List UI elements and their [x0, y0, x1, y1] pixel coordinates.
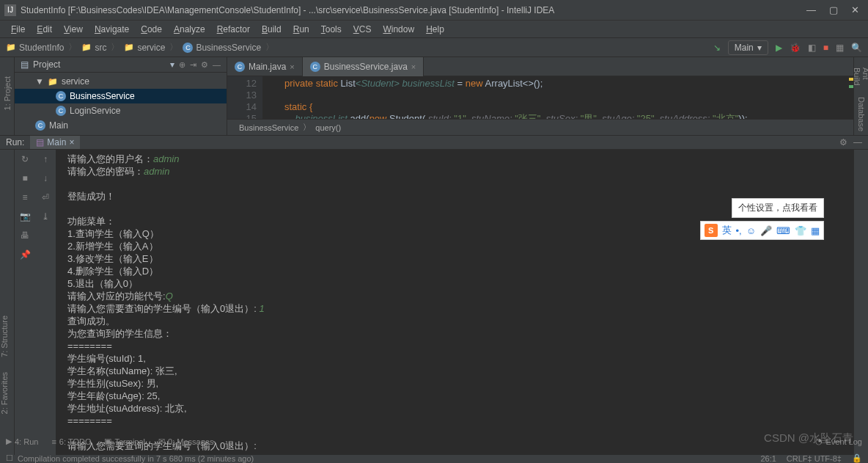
editor-tab[interactable]: CBusinessService.java×	[303, 57, 424, 76]
ime-emoji-icon[interactable]: ☺	[746, 225, 756, 236]
close-icon[interactable]: ×	[290, 62, 294, 71]
ime-toolbar[interactable]: 个性设置，点我看看 S 英 •, ☺ 🎤 ⌨ 👕 ▦	[700, 198, 824, 240]
chevron-down-icon[interactable]: ▾	[170, 59, 174, 70]
print-icon[interactable]: 🖶	[18, 229, 32, 242]
crumb-class[interactable]: BusinessService	[239, 123, 298, 132]
menu-run[interactable]: Run	[288, 23, 315, 36]
close-icon[interactable]: ×	[69, 137, 74, 147]
run-tab-main[interactable]: ▤ Main ×	[30, 136, 80, 149]
tree-item-loginservice[interactable]: CLoginService	[15, 103, 227, 118]
search-everywhere-icon[interactable]: 🔍	[851, 43, 862, 53]
nav-bar: 📁 StudentInfo 〉 📁 src 〉 📁 service 〉 C Bu…	[0, 38, 868, 57]
camera-icon[interactable]: 📷	[18, 210, 32, 223]
sogou-logo-icon[interactable]: S	[705, 224, 718, 237]
tree-item-main[interactable]: CMain	[15, 118, 227, 133]
run-config-selector[interactable]: Main ▾	[728, 40, 768, 55]
tab-terminal[interactable]: ▣ Terminal	[104, 437, 145, 446]
breadcrumb[interactable]: 📁 StudentInfo 〉 📁 src 〉 📁 service 〉 C Bu…	[6, 41, 276, 54]
tree-item-businessservice[interactable]: CBusinessService	[15, 89, 227, 103]
project-tree[interactable]: ▼📁serviceCBusinessServiceCLoginServiceCM…	[15, 73, 227, 135]
editor-tabs[interactable]: CMain.java×CBusinessService.java×	[227, 57, 853, 76]
close-button[interactable]: ✕	[851, 4, 859, 15]
menu-navigate[interactable]: Navigate	[89, 23, 134, 36]
menu-file[interactable]: File	[6, 23, 30, 36]
crumb-src[interactable]: src	[95, 43, 106, 53]
ime-skin-icon[interactable]: 👕	[795, 225, 806, 236]
ime-tooltip[interactable]: 个性设置，点我看看	[732, 198, 824, 218]
debug-button[interactable]: 🐞	[790, 43, 801, 53]
tab-database[interactable]: Database	[857, 91, 866, 137]
stop-button[interactable]: ■	[18, 172, 32, 185]
gear-icon[interactable]: ⚙	[839, 137, 847, 147]
close-icon[interactable]: ×	[411, 62, 416, 71]
line-gutter: 1213141516	[227, 76, 262, 119]
caret-position[interactable]: 26:1	[760, 454, 776, 463]
tab-project[interactable]: 1: Project	[3, 72, 12, 114]
editor-tab[interactable]: CMain.java×	[227, 57, 303, 76]
tab-structure[interactable]: 7: Structure	[0, 308, 9, 365]
tab-todo[interactable]: ≡ 6: TODO	[51, 437, 91, 446]
ime-toolbox-icon[interactable]: ▦	[811, 225, 820, 236]
build-icon[interactable]: ↘	[713, 43, 721, 53]
run-title: Run:	[6, 137, 24, 147]
menu-build[interactable]: Build	[257, 23, 287, 36]
tab-run[interactable]: ▶ 4: Run	[6, 437, 38, 446]
menu-vcs[interactable]: VCS	[348, 23, 377, 36]
maximize-button[interactable]: ▢	[829, 4, 838, 15]
ime-lang[interactable]: 英	[722, 224, 732, 237]
encoding[interactable]: CRLF‡ UTF-8‡	[787, 454, 842, 463]
menu-analyze[interactable]: Analyze	[169, 23, 210, 36]
hide-button[interactable]: —	[853, 137, 862, 147]
coverage-button[interactable]: ◧	[808, 43, 816, 53]
menu-view[interactable]: View	[59, 23, 88, 36]
error-stripe[interactable]	[849, 76, 853, 119]
tab-messages[interactable]: ✉ 0: Messages	[158, 437, 213, 446]
collapse-all-icon[interactable]: ⇥	[190, 60, 196, 70]
console-line: 请输入您的用户名：admin	[67, 153, 842, 165]
project-sidebar: ▤ Project ▾ ⊕ ⇥ ⚙ — ▼📁serviceCBusinessSe…	[15, 57, 227, 135]
menu-refactor[interactable]: Refactor	[212, 23, 255, 36]
tree-label: service	[62, 76, 89, 87]
crumb-class[interactable]: BusinessService	[196, 43, 261, 53]
lock-icon[interactable]: 🔒	[852, 453, 862, 463]
menu-tools[interactable]: Tools	[316, 23, 347, 36]
ime-voice-icon[interactable]: 🎤	[760, 225, 772, 236]
layout-button[interactable]: ≡	[18, 191, 32, 204]
stop-button[interactable]: ■	[823, 43, 828, 53]
layout-button[interactable]: ▦	[836, 43, 844, 53]
gear-icon[interactable]: ⚙	[201, 60, 208, 70]
chevron-down-icon[interactable]: ▼	[35, 76, 44, 87]
project-view-icon: ▤	[21, 59, 29, 70]
menu-window[interactable]: Window	[378, 23, 419, 36]
scroll-icon[interactable]: ⤓	[39, 210, 52, 223]
crumb-root[interactable]: StudentInfo	[19, 43, 64, 53]
wrap-icon[interactable]: ⏎	[39, 191, 52, 204]
tab-ant[interactable]: Ant Build	[853, 62, 869, 91]
tree-item-service[interactable]: ▼📁service	[15, 74, 227, 89]
menu-code[interactable]: Code	[136, 23, 167, 36]
rerun-button[interactable]: ↻	[18, 153, 32, 166]
ime-punct-icon[interactable]: •,	[736, 225, 742, 236]
down-icon[interactable]: ↓	[39, 172, 52, 185]
menu-edit[interactable]: Edit	[32, 23, 57, 36]
console[interactable]: 请输入您的用户名：admin请输入您的密码：admin 登陆成功！ 功能菜单：1…	[56, 150, 853, 455]
crumb-method[interactable]: query()	[315, 123, 341, 132]
tab-label: Main.java	[249, 62, 286, 72]
event-log[interactable]: ◔ Event Log	[815, 437, 862, 446]
pin-icon[interactable]: 📌	[18, 248, 32, 261]
sidebar-title[interactable]: Project	[33, 59, 166, 70]
hide-button[interactable]: —	[213, 60, 221, 69]
code-area[interactable]: private static List<Student> businessLis…	[262, 76, 849, 119]
code-breadcrumb[interactable]: BusinessService 〉 query()	[227, 119, 853, 135]
tree-item-studentinfo.iml[interactable]: 📄StudentInfo.iml	[15, 133, 227, 135]
menu-help[interactable]: Help	[421, 23, 449, 36]
tab-favorites[interactable]: 2: Favorites	[0, 365, 9, 421]
menubar[interactable]: FileEditViewNavigateCodeAnalyzeRefactorB…	[0, 21, 868, 38]
up-icon[interactable]: ↑	[39, 153, 52, 166]
ime-keyboard-icon[interactable]: ⌨	[776, 225, 790, 236]
run-button[interactable]: ▶	[776, 43, 782, 53]
status-icon: ☐	[6, 453, 13, 463]
crumb-service[interactable]: service	[137, 43, 165, 53]
minimize-button[interactable]: —	[806, 4, 816, 15]
scroll-from-source-icon[interactable]: ⊕	[179, 60, 185, 70]
